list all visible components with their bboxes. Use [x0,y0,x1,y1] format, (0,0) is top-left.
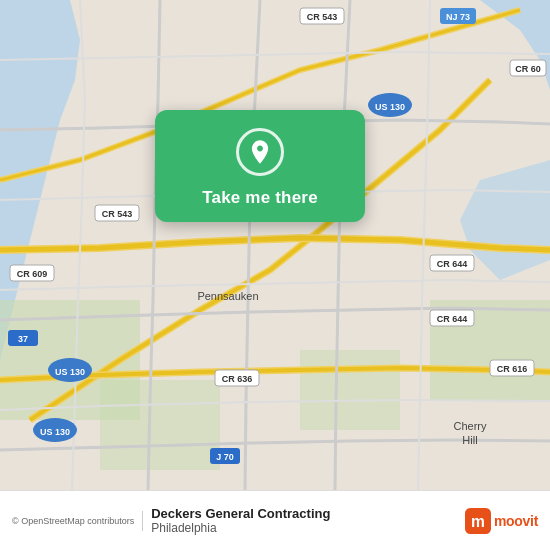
svg-text:CR 609: CR 609 [17,269,48,279]
map-svg: CR 543 NJ 73 CR 60 US 130 CR 543 CR 609 … [0,0,550,490]
svg-rect-6 [300,350,400,430]
svg-text:J 70: J 70 [216,452,234,462]
svg-text:CR 543: CR 543 [102,209,133,219]
divider [142,511,143,531]
moovit-icon: m [465,508,491,534]
svg-text:CR 636: CR 636 [222,374,253,384]
svg-text:m: m [471,513,485,530]
svg-text:US 130: US 130 [55,367,85,377]
bottom-bar: © OpenStreetMap contributors Deckers Gen… [0,490,550,550]
svg-text:CR 644: CR 644 [437,314,468,324]
location-pin-icon [246,138,274,166]
svg-text:Hill: Hill [462,434,477,446]
svg-text:37: 37 [18,334,28,344]
svg-text:Pennsauken: Pennsauken [197,290,258,302]
svg-text:NJ 73: NJ 73 [446,12,470,22]
svg-text:CR 60: CR 60 [515,64,541,74]
map-view: CR 543 NJ 73 CR 60 US 130 CR 543 CR 609 … [0,0,550,490]
place-location: Philadelphia [151,521,457,535]
svg-text:US 130: US 130 [375,102,405,112]
svg-text:CR 616: CR 616 [497,364,528,374]
map-attribution: © OpenStreetMap contributors [12,516,134,526]
svg-text:CR 543: CR 543 [307,12,338,22]
svg-text:CR 644: CR 644 [437,259,468,269]
svg-text:Cherry: Cherry [453,420,487,432]
moovit-logo: m moovit [465,508,538,534]
take-me-there-label: Take me there [202,188,318,208]
take-me-there-button[interactable]: Take me there [155,110,365,222]
place-info: Deckers General Contracting Philadelphia [151,506,457,535]
svg-rect-5 [100,380,220,470]
location-icon-wrap [236,128,284,176]
moovit-text: moovit [494,513,538,529]
place-name: Deckers General Contracting [151,506,457,521]
svg-text:US 130: US 130 [40,427,70,437]
